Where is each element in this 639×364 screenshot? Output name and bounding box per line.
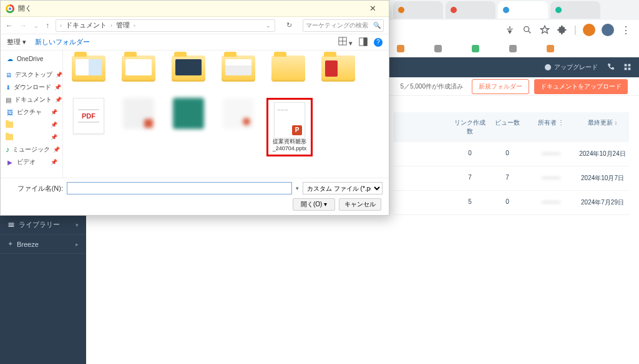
close-button[interactable]: ✕	[361, 4, 384, 13]
svg-point-1	[545, 64, 551, 70]
powerpoint-icon: P	[292, 125, 302, 135]
translate-icon[interactable]	[504, 24, 515, 36]
svg-rect-3	[628, 64, 631, 66]
open-button[interactable]: 開く(O) ▾	[293, 198, 335, 211]
folder-item[interactable]	[117, 55, 160, 94]
breadcrumb[interactable]: › ドキュメント › 管理 › ⌄	[56, 19, 275, 32]
refresh-button[interactable]: ↻	[281, 21, 296, 29]
view-mode-icon[interactable]: ▾	[338, 37, 353, 47]
file-item[interactable]	[117, 98, 160, 156]
search-input[interactable]: マーケティングの検索 🔍	[303, 19, 384, 32]
avatar[interactable]	[602, 24, 614, 36]
nav-music[interactable]: ♪ミュージック📌	[1, 143, 62, 156]
file-type-filter[interactable]: カスタム ファイル (*.pdf;*.ppt;*.ppt	[303, 182, 383, 194]
col-updated[interactable]: 最終更新 ↓	[576, 112, 629, 142]
nav-back[interactable]: ←	[6, 21, 13, 30]
bookmark[interactable]	[472, 44, 500, 53]
file-item[interactable]	[217, 98, 260, 156]
quota-text: 5／5,000件が作成済み	[400, 82, 463, 91]
svg-rect-5	[628, 67, 631, 70]
col-links[interactable]: リンク作成数	[451, 112, 489, 142]
folder-item[interactable]	[167, 55, 210, 94]
nav-forward[interactable]: →	[19, 21, 27, 30]
folder-item[interactable]	[266, 55, 310, 94]
browser-tab[interactable]	[498, 1, 548, 19]
chrome-icon	[6, 4, 14, 13]
bookmark[interactable]	[397, 44, 426, 53]
nav-up[interactable]: ↑	[46, 21, 49, 30]
filename-label: ファイル名(N):	[7, 184, 63, 193]
cancel-button[interactable]: キャンセル	[339, 198, 381, 211]
table-row[interactable]: 7 7 ——— 2024年10月7日	[393, 166, 629, 191]
dialog-toolbar: 整理 ▾ 新しいフォルダー ▾ ?	[1, 34, 389, 50]
file-item[interactable]	[167, 98, 210, 156]
chevron-down-icon: ▾	[76, 222, 79, 228]
nav-folder[interactable]: 📌	[1, 118, 62, 131]
table-row[interactable]: 5 0 ——— 2024年7月29日	[393, 191, 629, 215]
help-icon[interactable]: ?	[374, 38, 383, 47]
sidebar-breeze[interactable]: ✦ Breeze ▸	[0, 235, 86, 254]
nav-documents[interactable]: ▤ドキュメント📌	[1, 93, 62, 106]
nav-recent[interactable]: ⌄	[33, 21, 39, 30]
search-icon: 🔍	[373, 22, 381, 29]
browser-tab[interactable]	[393, 1, 443, 19]
col-owner[interactable]: 所有者 ⋮	[526, 112, 576, 142]
extension-icon[interactable]	[557, 24, 568, 36]
dialog-title: 開く	[18, 4, 32, 13]
table-header: リンク作成数 ビュー数 所有者 ⋮ 最終更新 ↓	[393, 112, 629, 142]
browser-tab[interactable]	[550, 1, 600, 19]
new-folder-button[interactable]: 新規フォルダー	[472, 79, 529, 94]
upgrade-link[interactable]: アップグレード	[544, 63, 598, 72]
star-icon[interactable]	[539, 24, 550, 36]
grid-icon[interactable]	[623, 63, 632, 72]
pdf-file-item[interactable]: PDF	[67, 98, 110, 156]
filename-input[interactable]	[67, 182, 292, 194]
preview-pane-icon[interactable]	[359, 37, 368, 47]
file-pane: PDF ーーーP 提案資料雛形_240704.pptx	[63, 50, 389, 178]
nav-desktop[interactable]: 🖥デスクトップ📌	[1, 69, 62, 81]
data-table: リンク作成数 ビュー数 所有者 ⋮ 最終更新 ↓ 0 0 ——— 2024年10…	[393, 112, 629, 215]
phone-icon[interactable]	[607, 63, 615, 72]
menu-icon[interactable]: ⋮	[620, 24, 632, 36]
folder-item[interactable]	[217, 55, 260, 94]
svg-rect-2	[625, 64, 627, 66]
nav-pictures[interactable]: 🖼ピクチャ📌	[1, 106, 62, 118]
nav-pane: ☁OneDrive 🖥デスクトップ📌 ⬇ダウンロード📌 ▤ドキュメント📌 🖼ピク…	[1, 50, 63, 178]
avatar[interactable]	[583, 24, 595, 36]
svg-rect-8	[364, 37, 367, 45]
pptx-file-highlighted[interactable]: ーーーP 提案資料雛形_240704.pptx	[266, 98, 313, 156]
new-folder-menu[interactable]: 新しいフォルダー	[35, 37, 90, 47]
app-sidebar: ライブラリー ▾ ✦ Breeze ▸	[0, 215, 86, 364]
sidebar-library[interactable]: ライブラリー ▾	[0, 215, 86, 235]
bookmark[interactable]	[434, 44, 463, 53]
svg-rect-4	[625, 67, 627, 70]
browser-tab[interactable]	[446, 1, 495, 19]
dialog-footer: ファイル名(N): ▾ カスタム ファイル (*.pdf;*.ppt;*.ppt…	[1, 178, 389, 215]
dialog-nav: ← → ⌄ ↑ › ドキュメント › 管理 › ⌄ ↻ マーケティングの検索 🔍	[1, 17, 389, 34]
organize-menu[interactable]: 整理 ▾	[7, 37, 26, 47]
nav-folder[interactable]: 📌	[1, 131, 62, 143]
dialog-titlebar: 開く ✕	[1, 1, 389, 17]
bookmark[interactable]	[547, 44, 575, 53]
nav-downloads[interactable]: ⬇ダウンロード📌	[1, 81, 62, 93]
nav-videos[interactable]: ▶ビデオ📌	[1, 156, 62, 168]
bookmark[interactable]	[509, 44, 538, 53]
nav-onedrive[interactable]: ☁OneDrive	[1, 53, 62, 65]
folder-item[interactable]	[316, 55, 360, 94]
chevron-right-icon: ▸	[76, 241, 79, 247]
svg-point-0	[524, 27, 529, 32]
col-views[interactable]: ビュー数	[489, 112, 526, 142]
zoom-icon[interactable]	[522, 24, 533, 36]
folder-item[interactable]	[67, 55, 110, 94]
table-row[interactable]: 0 0 ——— 2024年10月24日	[393, 142, 629, 166]
upload-button[interactable]: ドキュメントをアップロード	[534, 79, 628, 94]
file-open-dialog: 開く ✕ ← → ⌄ ↑ › ドキュメント › 管理 › ⌄ ↻ マーケティング…	[0, 0, 389, 216]
